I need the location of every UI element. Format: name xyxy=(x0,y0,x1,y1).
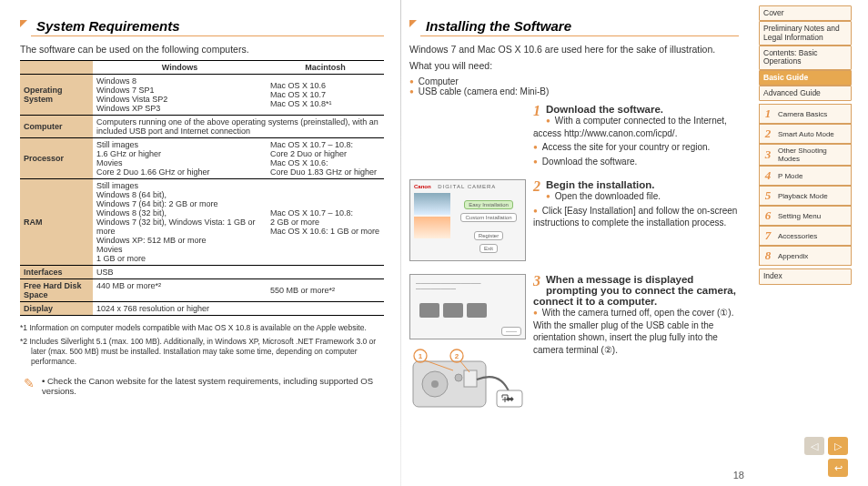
row-label: Operating System xyxy=(20,75,93,116)
nav-sub-number: 4 xyxy=(762,168,774,183)
step-1: 1 Download the software. With a computer… xyxy=(409,104,739,170)
installer-screenshot-2: ————————————————————— —— xyxy=(409,274,526,339)
nav-sub-label: Other Shooting Modes xyxy=(778,147,849,163)
row-value: Computers running one of the above opera… xyxy=(93,116,384,138)
svg-text:1: 1 xyxy=(419,352,423,360)
step-1-number: 1 xyxy=(533,104,540,118)
pencil-icon: ✎ xyxy=(20,376,35,390)
install-intro: Windows 7 and Mac OS X 10.6 are used her… xyxy=(409,44,739,55)
footnote-2: *2 Includes Silverlight 5.1 (max. 100 MB… xyxy=(20,337,384,367)
nav-sub-label: Appendix xyxy=(778,252,849,260)
need-item: Computer xyxy=(409,76,739,86)
nav-sub-item[interactable]: 7Accessories xyxy=(759,226,852,246)
installer-thumb-img xyxy=(414,193,450,215)
step-item: Click [Easy Installation] and follow the… xyxy=(533,205,739,229)
system-requirements-column: System Requirements The software can be … xyxy=(0,0,400,486)
row-mac: 550 MB or more*² xyxy=(267,279,384,302)
installer-screenshot-1: Canon DIGITAL CAMERA Easy Installation C… xyxy=(409,179,526,261)
row-label: Computer xyxy=(20,116,93,138)
nav-sub-item[interactable]: 3Other Shooting Modes xyxy=(759,144,852,166)
nav-item[interactable]: Preliminary Notes and Legal Information xyxy=(759,21,852,46)
nav-sub-label: Accessories xyxy=(778,232,849,240)
th-blank xyxy=(20,61,93,75)
step-item: With the camera turned off, open the cov… xyxy=(533,307,739,356)
tip-block: ✎ Check the Canon website for the latest… xyxy=(20,376,384,396)
installing-software-column: Installing the Software Windows 7 and Ma… xyxy=(400,0,755,486)
easy-install-button: Easy Installation xyxy=(464,200,513,209)
nav-sub-item[interactable]: 6Setting Menu xyxy=(759,206,852,226)
nav-sub-label: Smart Auto Mode xyxy=(778,130,849,138)
footnote-1: *1 Information on computer models compat… xyxy=(20,323,384,333)
installer-thumb-img xyxy=(414,217,450,238)
nav-item[interactable]: Contents: Basic Operations xyxy=(759,46,852,70)
table-row: InterfacesUSB xyxy=(20,266,384,279)
need-item: USB cable (camera end: Mini-B) xyxy=(409,86,739,96)
step-2-title: Begin the installation. xyxy=(546,179,654,190)
table-row: Free Hard Disk Space440 MB or more*²550 … xyxy=(20,279,384,302)
th-macintosh: Macintosh xyxy=(267,61,384,75)
nav-sub-item[interactable]: 8Appendix xyxy=(759,246,852,266)
nav-index[interactable]: Index xyxy=(759,268,852,284)
row-label: RAM xyxy=(20,179,93,266)
column-divider xyxy=(400,0,401,486)
nav-item[interactable]: Advanced Guide xyxy=(759,86,852,101)
svg-text:2: 2 xyxy=(455,352,459,360)
row-label: Display xyxy=(20,302,93,316)
nav-sub-number: 3 xyxy=(762,147,774,162)
prev-page-button[interactable]: ◁ xyxy=(804,437,824,455)
row-label: Free Hard Disk Space xyxy=(20,279,93,302)
step-1-title: Download the software. xyxy=(546,104,663,115)
nav-sub-number: 5 xyxy=(762,188,774,203)
row-mac: Mac OS X 10.7 – 10.8: Core 2 Duo or high… xyxy=(267,138,384,179)
custom-install-button: Custom Installation xyxy=(460,213,516,222)
return-button[interactable]: ↩ xyxy=(828,459,848,477)
row-value: USB xyxy=(93,266,384,279)
camera-icon xyxy=(419,303,439,318)
nav-sub-item[interactable]: 2Smart Auto Mode xyxy=(759,124,852,144)
needs-list: ComputerUSB cable (camera end: Mini-B) xyxy=(409,76,739,96)
nav-sub-item[interactable]: 4P Mode xyxy=(759,166,852,186)
nav-sub-number: 7 xyxy=(762,228,774,243)
installing-heading: Installing the Software xyxy=(409,18,739,36)
row-windows: Still images 1.6 GHz or higher Movies Co… xyxy=(93,138,267,179)
row-mac: Mac OS X 10.7 – 10.8: 2 GB or more Mac O… xyxy=(267,179,384,266)
nav-sub-item[interactable]: 5Playback Mode xyxy=(759,186,852,206)
row-label: Interfaces xyxy=(20,266,93,279)
nav-item[interactable]: Basic Guide xyxy=(759,70,852,86)
camera-icon xyxy=(443,303,463,318)
step-3-number: 3 xyxy=(533,274,540,289)
table-row: ProcessorStill images 1.6 GHz or higher … xyxy=(20,138,384,179)
nav-sub-number: 2 xyxy=(762,127,774,141)
nav-item[interactable]: Cover xyxy=(759,5,852,21)
row-mac: Mac OS X 10.6 Mac OS X 10.7 Mac OS X 10.… xyxy=(267,75,384,116)
svg-point-3 xyxy=(455,374,462,381)
canon-logo: Canon xyxy=(414,184,431,189)
table-row: Display1024 x 768 resolution or higher xyxy=(20,302,384,316)
step-3: ————————————————————— —— xyxy=(409,274,739,414)
exit-button: Exit xyxy=(479,244,498,253)
dialog-button: —— xyxy=(501,327,521,336)
installer-title: DIGITAL CAMERA xyxy=(438,184,496,189)
system-requirements-heading: System Requirements xyxy=(20,18,384,36)
step-3-title: When a message is displayed prompting yo… xyxy=(533,274,736,307)
table-row: Operating SystemWindows 8 Windows 7 SP1 … xyxy=(20,75,384,116)
nav-sub-label: Playback Mode xyxy=(778,192,849,200)
row-label: Processor xyxy=(20,138,93,179)
next-page-button[interactable]: ▷ xyxy=(828,437,848,455)
nav-sub-number: 6 xyxy=(762,208,774,223)
row-windows: Windows 8 Windows 7 SP1 Windows Vista SP… xyxy=(93,75,267,116)
step-item: Download the software. xyxy=(533,156,739,168)
row-windows: 440 MB or more*² xyxy=(93,279,267,302)
row-windows: Still images Windows 8 (64 bit), Windows… xyxy=(93,179,267,266)
camera-icon xyxy=(467,303,487,318)
table-row: ComputerComputers running one of the abo… xyxy=(20,116,384,138)
tip-text: Check the Canon website for the latest s… xyxy=(42,376,384,396)
nav-sub-label: Setting Menu xyxy=(778,212,849,220)
footnotes: *1 Information on computer models compat… xyxy=(20,323,384,367)
svg-rect-4 xyxy=(464,370,477,387)
step-item: Access the site for your country or regi… xyxy=(533,141,739,154)
step-item: Open the downloaded file. xyxy=(533,190,739,203)
nav-sub-item[interactable]: 1Camera Basics xyxy=(759,104,852,124)
svg-point-2 xyxy=(431,380,439,388)
nav-sub-number: 8 xyxy=(762,248,774,263)
